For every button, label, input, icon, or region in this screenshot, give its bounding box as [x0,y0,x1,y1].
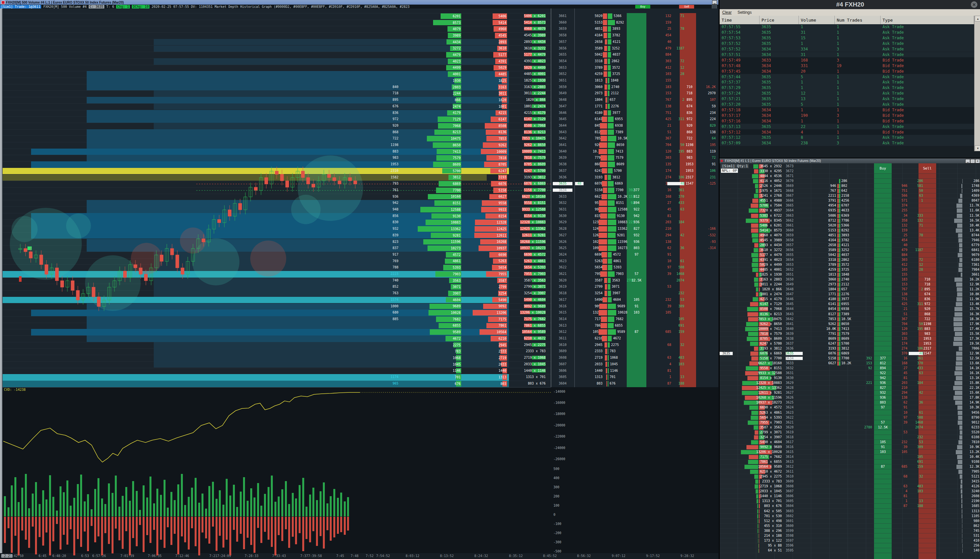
dom-row[interactable]: 6147 x 712936456141695542531197213.4K [719,302,980,307]
dom-row[interactable]: 3254 x 390736182326108 [719,435,980,440]
tns-row[interactable]: 07:57:213635131Ask Trade [719,96,974,102]
dom-row[interactable]: 9262 x 865036419262865070450119817.9K [719,322,980,327]
dom-row[interactable]: 64 x 513595140 [719,548,980,553]
dom-row[interactable]: 388 x 2963599745 [719,529,980,534]
dom-row[interactable]: 214 x 1883598531 [719,534,980,538]
dom-row[interactable]: 7320 x 493736646935463325511.6K [719,208,980,213]
dom-row[interactable]: 9092 x 96893616913930910.9K [719,445,980,450]
dom-row[interactable]: 6627 x 101603633662710.2K15381216837013.… [719,361,980,366]
dom-ladder[interactable]: 3645 x 293236733330 x 429536724844 x 453… [719,163,980,559]
tns-col-header[interactable]: Type [881,16,974,24]
dom-row[interactable]: 13206 x 10028361510310513.2K [719,450,980,455]
dom-row[interactable]: 5414 x 857336605153829215913.4K [719,228,980,233]
dom-row[interactable]: 4960 x 407936594851389325788744 [719,233,980,238]
dom-row[interactable]: 2799 x 30713619535520 [719,430,980,435]
dom-row[interactable]: 3163 x 280336503060274018371016.2K [719,277,980,282]
tns-scrollbar[interactable]: ▲ ▼ [974,16,980,151]
dom-row[interactable]: 8154 x 913036309428113.1K [719,376,980,380]
dom-row[interactable]: 2333 x 78336093415 [719,479,980,484]
tns-row[interactable]: 07:57:20363551Ask Trade [719,102,974,108]
dom-row[interactable]: 6076 x 686936356076686937048154712.9K363… [719,351,980,356]
maximize-icon[interactable]: □ [970,159,975,163]
dom-row[interactable]: 12425 x 13362362882721022.1K [719,385,980,390]
tns-row[interactable]: 07:57:12363581Ask Trade [719,135,974,141]
dom-row[interactable]: 10564 x 958936128768515912.3K [719,465,980,469]
dom-row[interactable]: 701 x 53036021105 [719,514,980,519]
close-icon[interactable]: ✕ [975,159,980,163]
dom-row[interactable]: 5654 x 53933622975088790 [719,415,980,420]
dom-row[interactable]: 4215 x 417936464180397775183611.9K [719,297,980,302]
dom-sell-header[interactable]: Sell [919,164,936,173]
dom-row[interactable]: 9558 x 81513632928942743314.1K [719,366,980,371]
close-icon[interactable]: ✕ [971,1,977,8]
tns-row[interactable]: 07:57:243635121Ask Trade [719,91,974,96]
scroll-down-icon[interactable]: ▼ [975,145,980,151]
dom-row[interactable]: 7861 x 685536136919108 [719,460,980,465]
tns-titlebar[interactable]: #4 FXH20 ✕ [719,0,980,9]
dom-row[interactable]: 512 x 4983601980 [719,519,980,524]
dom-row[interactable]: 5263 x 4861362310619456 [719,410,980,415]
dom-row[interactable]: 5029 x 4499365337893572412127361 [719,263,980,267]
dom-row[interactable]: 2033 x 1045360741033240 [719,489,980,494]
dom-row[interactable]: 4551 x 498036663791425657118047 [719,198,980,203]
dom-row[interactable]: 4485 x 4001365242593725103287984 [719,267,980,272]
dom-row[interactable]: 4116 x 40523670286286286 [719,179,980,184]
dom-row[interactable]: 455 x 3103600862 [719,524,980,529]
dom-buy-header[interactable]: Buy [874,164,892,173]
menu-settings[interactable]: Settings [737,10,752,15]
dom-row[interactable]: 3610 x 327236563589325247911876841 [719,248,980,253]
tns-row[interactable]: 07:57:12363441Bid Trade [719,129,974,135]
dom-row[interactable]: 9379 x 834536628712778635813216.5K [719,218,980,223]
dom-row[interactable]: 7853 x 104753642785310.5K36772218.3K [719,317,980,322]
tns-col-header[interactable]: Time [719,16,759,24]
tns-row[interactable]: 07:57:52363511Ask Trade [719,41,974,46]
tns-col-header[interactable]: Price [759,16,799,24]
dom-row[interactable]: 5406 x 62013661502053661327110.4K [719,223,980,228]
dom-row[interactable]: 3645 x 29323673 [719,164,980,169]
dom-row[interactable]: 8136 x 82133643812773895186816.3K [719,312,980,317]
dom-row[interactable]: 9933 x 125883631922456316.1K [719,371,980,376]
dom-row[interactable]: 5158 x 77003634515877003923771636112.5K [719,356,980,361]
dom-row[interactable]: 1825 x 19303651181318481553661 [719,272,980,277]
dom-row[interactable]: 7955 x 79033621573914689012 [719,420,980,425]
dom-row[interactable]: 5383 x 67223663508663693433311.5K [719,213,980,218]
tns-row[interactable]: 07:57:16363411Bid Trade [719,118,974,124]
dom-row[interactable]: 1313 x 70136051132190 [719,499,980,504]
menu-clear[interactable]: Clear [722,10,732,15]
dom-row[interactable]: 12611 x 928136279322944215.6K [719,390,980,395]
dom-row[interactable]: 7818 x 757936397791757930398315.5K [719,332,980,336]
tns-row[interactable]: 07:57:5236343343Ask Trade [719,46,974,52]
tns-row[interactable]: 07:57:4936331683Bid Trade [719,57,974,63]
tns-row[interactable]: 07:57:18363411Bid Trade [719,108,974,113]
tns-row[interactable]: 07:57:533635151Ask Trade [719,35,974,41]
dom-row[interactable]: 8508 x 70683644845469382192015.7K [719,307,980,312]
dom-row[interactable]: 6247 x 5700363762475700174195319.5K [719,341,980,346]
dom-titlebar[interactable]: FXH20[M] #1 L:1 | Eurex EURO STOXX 50 In… [719,159,980,163]
dom-row[interactable]: 1975 x 16713668767642751501409 [719,189,980,194]
tns-row[interactable]: 07:57:37363511Ask Trade [719,79,974,85]
dom-row[interactable]: 7175 x 7682361410510.4K [719,455,980,460]
tns-row[interactable]: 07:57:0936342383Ask Trade [719,141,974,146]
dom-row[interactable]: 1440 x 11463606812608 [719,494,980,499]
dom-row[interactable]: 10268 x 11596362693613817.8K [719,395,980,400]
dom-row[interactable]: 803 x 6763604871881685 [719,504,980,509]
tns-col-header[interactable]: Num Trades [835,16,881,24]
dom-row[interactable]: 6210 x 467236117905 [719,469,980,474]
tns-row[interactable]: 07:57:453634201Bid Trade [719,68,974,74]
dom-row[interactable]: 6690 x 45723624979110.3K [719,405,980,410]
scroll-up-icon[interactable]: ▲ [975,16,980,22]
dom-row[interactable]: 4391 x 4023365433182862303726180 [719,258,980,263]
dom-row[interactable]: 1801 x 247436471771227613867410.8K [719,292,980,297]
dom-row[interactable]: 3193 x 381236363193381227410623177006 [719,346,980,351]
tns-row[interactable]: 07:57:133635221Ask Trade [719,124,974,129]
dom-row[interactable]: 5706 x 750436654954670737411.7K [719,203,980,208]
dom-row[interactable]: 5490 x 46043617105232537810 [719,440,980,445]
tns-row[interactable]: 07:57:513634311Ask Trade [719,52,974,58]
minimize-icon[interactable]: ▁ [965,159,970,163]
dom-row[interactable]: 4844 x 45363671 [719,174,980,179]
dom-row[interactable]: 3330 x 42953672 [719,169,980,174]
dom-row[interactable]: 3587 x 35633620278012.5K20746233 [719,425,980,430]
tns-row[interactable]: 07:57:543635311Ask Trade [719,30,974,35]
dom-row[interactable]: 95 x 883596256 [719,543,980,548]
dom-row[interactable]: 2526 x 244636699468029465811748 [719,184,980,189]
